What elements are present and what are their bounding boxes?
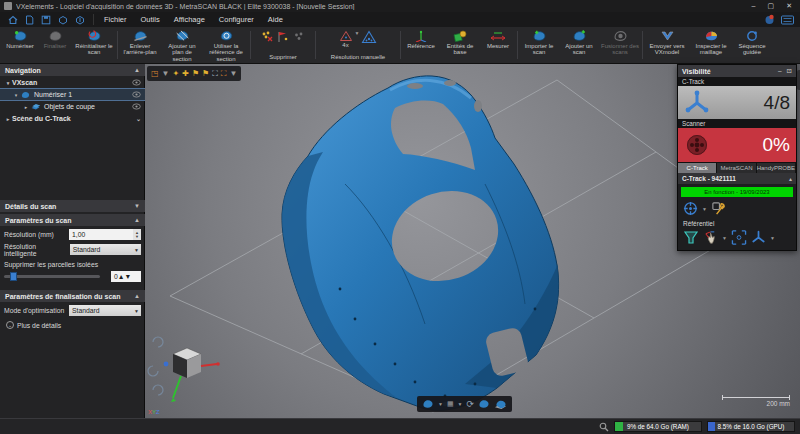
mesh-display-caret[interactable]: ▼ (438, 401, 443, 407)
display-mode-icon[interactable]: ▦ (447, 400, 454, 408)
menu-outils[interactable]: Outils (141, 15, 160, 24)
section-chevron-icon[interactable]: ⌄ (136, 115, 141, 122)
utiliser-reference-section-button[interactable]: Utiliser la référence de section (203, 28, 249, 62)
finaliser-button[interactable]: Finaliser (38, 28, 72, 62)
menu-aide[interactable]: Aide (268, 15, 283, 24)
flag-next-icon[interactable]: ⚑ (202, 66, 209, 81)
view-orientation-caret[interactable]: ▼ (162, 66, 170, 81)
tab-metrascan[interactable]: MetraSCAN (717, 163, 756, 173)
tree-item-objets-de-coupe[interactable]: ▸ Objets de coupe (0, 101, 145, 112)
mesurer-button[interactable]: Mesurer (480, 28, 516, 62)
panel-pin-icon[interactable]: ⊡ (787, 67, 792, 75)
inspecter-maillage-button[interactable]: Inspecter le maillage (690, 28, 732, 62)
move-referential-caret[interactable]: ▼ (722, 235, 727, 241)
calibration-caret[interactable]: ▼ (702, 206, 707, 212)
spinner-arrows[interactable]: ▲▼ (118, 273, 131, 280)
plus-de-details-link[interactable]: ⌄ Plus de détails (6, 321, 61, 329)
sequence-guidee-button[interactable]: Séquence guidée (732, 28, 772, 62)
delete-targets-icon[interactable] (276, 30, 290, 43)
menu-affichage[interactable]: Affichage (174, 15, 205, 24)
expander-icon[interactable]: ▾ (12, 92, 20, 98)
resolution-input[interactable]: 1,00 ▲▼ (69, 229, 141, 240)
fusionner-scans-button[interactable]: Fusionner des scans (599, 28, 641, 62)
mesh-display-icon[interactable] (422, 399, 434, 409)
flag-previous-icon[interactable]: ⚑ (192, 66, 199, 81)
virtual-keyboard-icon[interactable] (781, 15, 794, 25)
delete-patches-icon[interactable] (260, 30, 274, 43)
slider-handle[interactable] (10, 272, 17, 281)
finalisation-header[interactable]: Paramètres de finalisation du scan▲ (0, 290, 145, 302)
details-scan-header[interactable]: Détails du scan▼ (0, 200, 145, 212)
tree-item-numeriser-1[interactable]: ▾ Numériser 1 (0, 89, 145, 100)
importer-scan-button[interactable]: Importer le scan (519, 28, 559, 62)
scale-label: 200 mm (722, 400, 790, 407)
plane-display-icon[interactable] (494, 399, 507, 410)
visibility-eye-icon[interactable] (132, 91, 141, 99)
zoom-target-icon[interactable]: ⛶ (221, 66, 227, 81)
reference-button[interactable]: Référence (402, 28, 440, 62)
new-session-icon[interactable] (25, 15, 34, 25)
refresh-view-icon[interactable]: ⟳ (467, 399, 475, 409)
ajouter-scan-button[interactable]: Ajouter un scan (559, 28, 599, 62)
fit-view-icon[interactable]: ⛶ (212, 66, 218, 81)
filter-cone-icon[interactable] (683, 230, 699, 245)
resolution-manual-icon[interactable] (361, 30, 377, 44)
connection-status-icon[interactable] (764, 14, 775, 25)
resolution-dropdown-caret[interactable]: ▼ (355, 30, 360, 36)
view-toolbar-caret[interactable]: ▼ (229, 66, 237, 81)
import-icon[interactable] (58, 15, 68, 25)
navigation-header[interactable]: Navigation▲ (0, 64, 145, 76)
tree-item-vxscan[interactable]: ▾ VXscan (0, 77, 145, 88)
display-mode-caret[interactable]: ▼ (458, 401, 463, 407)
ajouter-plan-section-button[interactable]: Ajouter un plan de section (161, 28, 203, 62)
tab-handyprobe[interactable]: HandyPROBE (757, 163, 796, 173)
visibility-eye-icon[interactable] (132, 79, 141, 87)
expander-icon[interactable]: ▸ (4, 116, 12, 122)
envoyer-vxmodel-button[interactable]: Envoyer vers VXmodel (644, 28, 690, 62)
ctrack-device-header[interactable]: C-Track - 9421111 ▴ (678, 173, 796, 184)
scanner-visibility-box: 0% (678, 128, 796, 162)
minimize-button[interactable]: – (752, 0, 756, 12)
parametres-scan-header[interactable]: Paramètres du scan▲ (0, 214, 145, 226)
ram-usage-indicator: 9% de 64.0 Go (RAM) (614, 421, 702, 432)
panel-minimize-icon[interactable]: – (778, 67, 782, 75)
resolution-4x-button[interactable]: 4x (339, 30, 353, 48)
home-icon[interactable] (8, 15, 18, 25)
parcelles-slider[interactable] (4, 275, 100, 278)
export-icon[interactable] (75, 15, 85, 25)
navigation-cube (164, 348, 220, 402)
status-bar: 9% de 64.0 Go (RAM) 8.5% de 16.0 Go (GPU… (0, 418, 800, 434)
shading-icon[interactable]: ✚ (182, 66, 189, 81)
menu-fichier[interactable]: Fichier (104, 15, 127, 24)
visibility-eye-icon[interactable] (132, 103, 141, 111)
spinner-arrows[interactable]: ▲▼ (133, 229, 141, 240)
calibration-target-icon[interactable] (683, 201, 698, 216)
mode-optimisation-select[interactable]: Standard ▼ (69, 305, 141, 316)
parcelles-input[interactable]: 0 ▲▼ (111, 271, 141, 282)
reinitialiser-scan-button[interactable]: Réinitialiser le scan (72, 28, 116, 62)
entites-de-base-button[interactable]: Entités de base (440, 28, 480, 62)
lighting-icon[interactable]: ✦ (172, 66, 179, 81)
maximize-button[interactable]: ▢ (768, 0, 775, 12)
move-referential-icon[interactable] (703, 230, 718, 245)
save-session-icon[interactable] (41, 15, 51, 25)
expander-icon[interactable]: ▾ (4, 80, 12, 86)
surface-display-icon[interactable] (478, 399, 490, 409)
numeriser-button[interactable]: Numériser (2, 28, 38, 62)
referential-tripod-icon[interactable] (751, 230, 766, 245)
ribbon-toolbar: Numériser Finaliser Réinitialiser le sca… (0, 27, 800, 64)
memory-search-icon[interactable] (599, 422, 609, 432)
view-orientation-icon[interactable]: ◳ (151, 66, 159, 81)
configuration-wrench-icon[interactable] (711, 201, 726, 216)
visibility-header[interactable]: Visibilité – ⊡ (678, 65, 796, 77)
referential-caret[interactable]: ▼ (770, 235, 775, 241)
enlever-arriere-plan-button[interactable]: Enlever l'arrière-plan (119, 28, 161, 62)
menu-configurer[interactable]: Configurer (219, 15, 254, 24)
expander-icon[interactable]: ▸ (22, 104, 30, 110)
close-button[interactable]: ✕ (786, 0, 792, 12)
tree-item-scene-ctrack[interactable]: ▸ Scène du C-Track ⌄ (0, 113, 145, 124)
tab-ctrack[interactable]: C-Track (678, 163, 717, 173)
bounding-box-icon[interactable] (731, 230, 747, 245)
resolution-intelligente-select[interactable]: Standard ▼ (70, 244, 141, 255)
delete-disabled-icon[interactable] (292, 30, 306, 43)
